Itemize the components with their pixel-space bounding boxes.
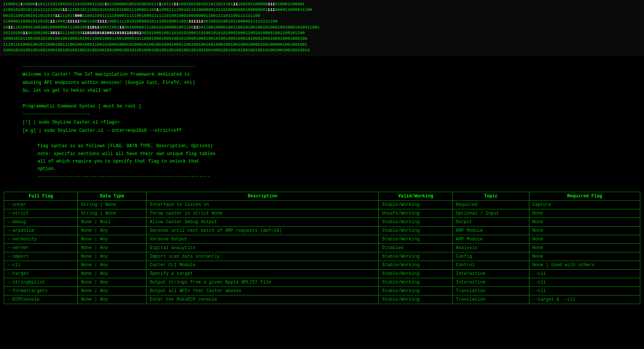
flags-table: Full Flag Data Type Description Valid/Wo…: [4, 192, 640, 304]
cell-required: None: [529, 209, 640, 218]
welcome-line3: So, let us get to hekin shall we?: [22, 87, 629, 95]
cell-description: Specify a target: [146, 270, 379, 278]
syntax-cmd1: [!] | sudo SkyLine Caster.sl <flags>: [22, 119, 629, 127]
cell-datatype: None | Any: [78, 227, 146, 235]
cell-datatype: String | None: [78, 209, 146, 218]
cell-flag: --debug: [4, 218, 78, 227]
cell-flag: --server: [4, 244, 78, 252]
cell-valid: Unsafe/Working: [379, 209, 453, 218]
cell-required: None: [529, 235, 640, 244]
cell-flag: --arpdelim: [4, 227, 78, 235]
binary-line-2: 1100101001011011111110001111100101110010…: [3, 7, 641, 13]
cell-topic: Config: [453, 252, 529, 261]
cell-datatype: None | Any: [78, 287, 146, 295]
cell-flag: --import: [4, 252, 78, 261]
welcome-divider-top: ----------------------------------------…: [22, 63, 629, 71]
cell-datatype: None | Any: [78, 235, 146, 244]
cell-datatype: String | None: [78, 201, 146, 209]
cell-valid: Stable/Working: [379, 287, 453, 295]
cell-flag: --target: [4, 270, 78, 278]
cell-topic: Control: [453, 261, 529, 270]
table-row: --interString | NoneInterface to listen …: [4, 201, 640, 209]
cell-datatype: None | Any: [78, 244, 146, 252]
cell-valid: Stable/Working: [379, 227, 453, 235]
cell-topic: Optional / Input: [453, 209, 529, 218]
cell-topic: Translation: [453, 287, 529, 295]
col-header-valid: Valid/Working: [379, 192, 453, 201]
cell-flag: --inter: [4, 201, 78, 209]
cell-description: Seconds until next batch of ARP requests…: [146, 227, 379, 235]
cell-topic: Interactive: [453, 278, 529, 287]
cell-flag: --ECPConsole: [4, 295, 78, 304]
cell-flag: --formattargets: [4, 287, 78, 295]
table-row: --serverNone | AnyDigital analyticsDisab…: [4, 244, 640, 252]
cell-valid: Stable/Working: [379, 235, 453, 244]
cell-valid: Stable/Working: [379, 270, 453, 278]
col-header-required: Required Flag: [529, 192, 640, 201]
welcome-line2: abusing API endpoints within devices! (G…: [22, 79, 629, 87]
cell-datatype: None | Any: [78, 278, 146, 287]
cell-valid: Stable/Working: [379, 278, 453, 287]
table-row: --strictString | NoneThrow caster in str…: [4, 209, 640, 218]
cell-valid: Stable/Working: [379, 252, 453, 261]
cell-datatype: None | Any: [78, 295, 146, 304]
cell-description: Interface to listen on: [146, 201, 379, 209]
cell-datatype: None | Bool: [78, 218, 146, 227]
col-header-datatype: Data Type: [78, 192, 146, 201]
table-row: --ECPConsoleNone | AnyEnter the RokuECP …: [4, 295, 640, 304]
cell-required: --cli: [529, 278, 640, 287]
cell-valid: Stable/Working: [379, 261, 453, 270]
table-row: --arpdelimNone | AnySeconds until next b…: [4, 227, 640, 235]
binary-header: 1100011110000110111101100101110101001110…: [0, 0, 644, 55]
cell-topic: Analysis: [453, 244, 529, 252]
cell-required: None: [529, 227, 640, 235]
table-row: --cliNone | AnyCaster CLI ModuleStable/W…: [4, 261, 640, 270]
flag-desc-line2: note: specific sections will all have th…: [37, 150, 629, 158]
syntax-title: Programmatic Command Syntax [ must be ro…: [22, 103, 629, 111]
cell-valid: Stable/Working: [379, 218, 453, 227]
cell-description: Caster CLI Module: [146, 261, 379, 270]
binary-line-7: 1000101011001001010010010010001010011000…: [3, 36, 641, 42]
cell-description: Import scan data instantly: [146, 252, 379, 261]
col-header-topic: Topic: [453, 192, 529, 201]
cell-required: None: [529, 252, 640, 261]
cell-description: Output all APIs that Caster abuses: [146, 287, 379, 295]
cell-topic: Interactive: [453, 270, 529, 278]
cell-flag: --verbosity: [4, 235, 78, 244]
cell-description: Enter the RokuECP console: [146, 295, 379, 304]
syntax-section: Programmatic Command Syntax [ must be ro…: [0, 99, 644, 139]
flag-desc-section: flag syntax is as follows (FLAG, DATA TY…: [0, 139, 644, 184]
cell-valid: Disabled: [379, 244, 453, 252]
binary-line-1: 1100011110000110111101100101110101001110…: [3, 1, 641, 7]
cell-description: Verbose Output: [146, 235, 379, 244]
binary-line-3: 0010110010010110110101111101100011001100…: [3, 13, 641, 19]
cell-required: --target & --cli: [529, 295, 640, 304]
binary-line-5: 1011110100011001001000000011100100110110…: [3, 25, 641, 30]
table-row: --importNone | AnyImport scan data insta…: [4, 252, 640, 261]
cell-required: None | Used with others: [529, 261, 640, 270]
cell-topic: Required: [453, 201, 529, 209]
cell-topic: ARP Module: [453, 227, 529, 235]
cell-description: Allow Caster Debug Output: [146, 218, 379, 227]
table-header-row: Full Flag Data Type Description Valid/Wo…: [4, 192, 640, 201]
syntax-divider: -------------------------: [22, 110, 629, 119]
cell-description: Digital analytics: [146, 244, 379, 252]
cell-required: --cli: [529, 287, 640, 295]
cell-required: Capture: [529, 201, 640, 209]
welcome-section: ----------------------------------------…: [0, 55, 644, 99]
cell-flag: --strict: [4, 209, 78, 218]
cell-flag: --stringbplist: [4, 278, 78, 287]
cell-valid: Stable/Working: [379, 295, 453, 304]
table-section: Full Flag Data Type Description Valid/Wo…: [0, 184, 644, 308]
binary-line-6: 1011010011001001001101101110010011010101…: [3, 30, 641, 36]
cell-flag: --cli: [4, 261, 78, 270]
cell-description: Output strings from a given Apple BPLIST…: [146, 278, 379, 287]
binary-line-8: 1110110100010010110001001110010010001100…: [3, 42, 641, 48]
cell-datatype: None | Any: [78, 252, 146, 261]
cell-topic: ARP Module: [453, 235, 529, 244]
table-row: --stringbplistNone | AnyOutput strings f…: [4, 278, 640, 287]
cell-topic: Output: [453, 218, 529, 227]
cell-valid: Stable/Working: [379, 201, 453, 209]
cell-required: None: [529, 244, 640, 252]
flag-desc-divider: ----------------------------------------…: [37, 173, 629, 180]
